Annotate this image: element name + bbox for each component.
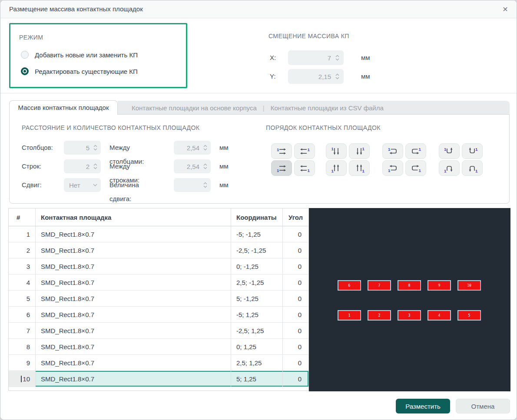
columns-input[interactable]: 5 [64, 141, 101, 155]
dialog-titlebar: Размещение массива контактных площадок ✕ [0, 0, 517, 18]
offset-y-input[interactable]: 2,15 [288, 69, 344, 84]
order-snake-col-start-top-right-icon[interactable]: 1 [462, 143, 483, 159]
shift-amount-input[interactable] [174, 178, 211, 192]
row-coords: -5; -1,25 [231, 226, 283, 242]
order-snake-col-start-bottom-right-icon[interactable]: 1 [462, 160, 483, 176]
row-spacing-input[interactable]: 2,54 [174, 159, 211, 173]
col-header-angle[interactable]: Угол [283, 208, 308, 226]
column-spacing-input[interactable]: 2,54 [174, 141, 211, 155]
tab-pads-from-package[interactable]: Контактные площадки на основе корпуса [132, 104, 257, 112]
table-row[interactable]: 6SMD_Rect1.8×0.7-5; 1,250 [9, 307, 308, 323]
row-index: 9 [9, 355, 36, 370]
tab-pad-array[interactable]: Массив контактных площадок [9, 100, 118, 115]
row-coords: 2,5; 1,25 [231, 355, 283, 370]
order-col-down-start-left-icon[interactable]: 1 [326, 143, 347, 159]
offset-x-input[interactable]: 7 [288, 50, 344, 65]
table-row[interactable]: 2SMD_Rect1.8×0.7-2,5; -1,250 [9, 242, 308, 258]
offset-y-value: 2,15 [318, 73, 331, 80]
row-angle: 0 [283, 371, 308, 387]
col-header-coords[interactable]: Координаты [231, 208, 283, 226]
spinner-updown-icon[interactable] [335, 55, 339, 61]
col-header-index[interactable]: # [9, 208, 36, 226]
spinner-updown-icon[interactable] [203, 182, 207, 188]
rows-input[interactable]: 2 [64, 159, 101, 173]
order-snake-col-start-top-left-icon[interactable]: 1 [439, 143, 460, 159]
tab-separator: | [263, 104, 265, 112]
order-snake-row-start-top-right-icon[interactable]: 1 [405, 143, 426, 159]
shift-value: Нет [69, 182, 80, 189]
spinner-updown-icon[interactable] [335, 73, 339, 79]
table-row[interactable]: 8SMD_Rect1.8×0.70; 1,250 [9, 339, 308, 355]
order-row-rtl-start-bottom-icon[interactable]: 1 [294, 160, 315, 176]
pad-rect: 10 [457, 280, 481, 291]
tab-pads-from-csv[interactable]: Контактные площадки из CSV файла [271, 104, 384, 112]
row-index: 5 [9, 291, 36, 306]
offset-y-label: Y: [270, 69, 275, 84]
row-spacing-value: 2,54 [187, 163, 199, 170]
columns-label: Столбцов: [22, 141, 53, 155]
row-pad: SMD_Rect1.8×0.7 [36, 258, 231, 274]
place-button[interactable]: Разместить [396, 399, 450, 413]
rows-value: 2 [86, 163, 89, 170]
spinner-updown-icon[interactable] [203, 145, 207, 151]
order-snake-row-start-top-left-icon[interactable]: 1 [382, 143, 403, 159]
row-angle: 0 [283, 226, 308, 242]
shift-amount-label: Величина сдвига: [109, 178, 139, 206]
radio-selected-icon[interactable] [21, 67, 29, 75]
row-coords: -2,5; 1,25 [231, 323, 283, 338]
row-angle: 0 [283, 258, 308, 274]
order-col-down-start-right-icon[interactable]: 1 [349, 143, 370, 159]
row-pad: SMD_Rect1.8×0.7 [36, 242, 231, 258]
shift-dropdown[interactable]: Нет [64, 178, 101, 192]
order-row-ltr-start-top-icon[interactable]: 1 [271, 143, 292, 159]
order-col-up-start-right-icon[interactable]: 1 [349, 160, 370, 176]
mode-option-edit-existing[interactable]: Редактировать существующие КП [21, 67, 138, 76]
spinner-updown-icon[interactable] [203, 163, 207, 169]
shift-label: Сдвиг: [22, 178, 42, 192]
close-icon[interactable]: ✕ [500, 4, 510, 15]
order-col-up-start-left-icon[interactable]: 1 [326, 160, 347, 176]
table-row-selected[interactable]: 10 SMD_Rect1.8×0.7 5; 1,25 0 [9, 371, 308, 387]
col-header-pad[interactable]: Контактная площадка [36, 208, 231, 226]
row-angle: 0 [283, 274, 308, 290]
tab-content-card: РАССТОЯНИЕ И КОЛИЧЕСТВО КОНТАКТНЫХ ПЛОЩА… [9, 114, 510, 204]
row-coords: 0; 1,25 [231, 339, 283, 354]
cancel-button[interactable]: Отмена [456, 399, 510, 413]
table-row[interactable]: 3SMD_Rect1.8×0.70; -1,250 [9, 258, 308, 274]
row-pad: SMD_Rect1.8×0.7 [36, 339, 231, 354]
row-pad: SMD_Rect1.8×0.7 [36, 274, 231, 290]
order-snake-col-start-bottom-left-icon[interactable]: 1 [439, 160, 460, 176]
table-row[interactable]: 5SMD_Rect1.8×0.75; -1,250 [9, 291, 308, 307]
table-row[interactable]: 7SMD_Rect1.8×0.7-2,5; 1,250 [9, 323, 308, 339]
order-row-rtl-start-top-icon[interactable]: 1 [294, 143, 315, 159]
row-index: 6 [9, 307, 36, 322]
table-row[interactable]: 1SMD_Rect1.8×0.7-5; -1,250 [9, 226, 308, 242]
chevron-down-icon [93, 184, 97, 186]
row-index: 4 [9, 274, 36, 290]
spacing-group-title: РАССТОЯНИЕ И КОЛИЧЕСТВО КОНТАКТНЫХ ПЛОЩА… [22, 124, 199, 131]
svg-text:1: 1 [475, 147, 478, 152]
table-row[interactable]: 9SMD_Rect1.8×0.72,5; 1,250 [9, 355, 308, 371]
order-snake-row-start-bottom-right-icon[interactable]: 1 [405, 160, 426, 176]
svg-text:1: 1 [419, 168, 421, 173]
svg-text:1: 1 [388, 147, 391, 152]
mode-option-edit-existing-label: Редактировать существующие КП [35, 68, 138, 75]
spinner-updown-icon[interactable] [93, 145, 97, 151]
row-coords: 5; 1,25 [231, 371, 283, 387]
pad-rect: 9 [428, 280, 451, 291]
columns-value: 5 [86, 144, 89, 152]
svg-text:1: 1 [308, 168, 310, 173]
mode-option-add-new[interactable]: Добавить новые или заменить КП [21, 50, 138, 59]
row-pad: SMD_Rect1.8×0.7 [36, 371, 231, 387]
rows-label: Строк: [22, 159, 41, 173]
tabstrip-inactive-area: Контактные площадки на основе корпуса | … [118, 101, 510, 115]
table-row[interactable]: 4SMD_Rect1.8×0.72,5; -1,250 [9, 274, 308, 291]
pad-rect: 6 [338, 280, 361, 291]
pads-preview-canvas[interactable]: 6 7 8 9 10 1 2 3 4 5 [309, 208, 510, 391]
order-snake-row-start-bottom-left-icon[interactable]: 1 [382, 160, 403, 176]
row-index-editing[interactable]: 10 [9, 371, 36, 387]
radio-unselected-icon[interactable] [21, 51, 29, 59]
order-row-ltr-start-bottom-icon[interactable]: 1 [271, 160, 292, 176]
section-divider [0, 93, 517, 93]
spinner-updown-icon[interactable] [93, 163, 97, 169]
